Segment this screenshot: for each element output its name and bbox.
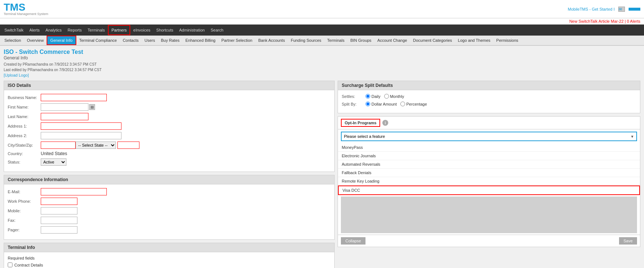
subnav-selection[interactable]: Selection (1, 36, 24, 44)
pager-input[interactable] (41, 226, 77, 234)
status-select[interactable]: Active Inactive (41, 158, 66, 166)
opt-in-save-button[interactable]: Save (619, 237, 637, 245)
terminal-info-section: Terminal Info Required fields Contract D… (4, 243, 335, 268)
mobile-row: Mobile: (8, 207, 331, 214)
page-content: ISO - Switch Commerce Test General Info … (0, 46, 644, 268)
split-dollar-radio[interactable] (365, 102, 370, 106)
subnav-enhanced-billing[interactable]: Enhanced Billing (182, 36, 218, 44)
nav-terminals[interactable]: Terminals (85, 26, 108, 34)
settles-radio-group: Daily Monthly (365, 94, 404, 99)
email-input[interactable] (41, 188, 107, 195)
nav-shortcuts[interactable]: Shortcuts (153, 26, 176, 34)
subnav-bank-accounts[interactable]: Bank Accounts (255, 36, 288, 44)
opt-in-header: Opt-In Programs i (338, 117, 640, 129)
nav-partners[interactable]: Partners (108, 25, 131, 35)
opt-in-fallback-denials[interactable]: Fallback Denials (338, 169, 640, 177)
page-meta-edited: Last edited by PRamachandra on 7/9/2012 … (4, 67, 640, 73)
nav-search[interactable]: Search (208, 26, 226, 34)
subnav-contacts[interactable]: Contacts (120, 36, 141, 44)
subnav-users[interactable]: Users (142, 36, 158, 44)
subnav-partner-selection[interactable]: Partner Selection (218, 36, 255, 44)
business-name-input[interactable] (41, 94, 107, 101)
subnav-bin-groups[interactable]: BIN Groups (348, 36, 374, 44)
pager-row: Pager: (8, 226, 331, 234)
opt-in-automated-reversals[interactable]: Automated Reversals (338, 160, 640, 169)
nav-analytics[interactable]: Analytics (43, 26, 65, 34)
first-name-wrapper: ▤ (41, 103, 95, 111)
terminal-info-header: Terminal Info (4, 243, 334, 252)
mobile-tms-link[interactable]: MobileTMS - Get Started I (568, 7, 615, 11)
correspondence-body: E-Mail: Work Phone: Mobile: Fax: (4, 184, 334, 239)
header-right: MobileTMS - Get Started I ✉ (568, 7, 640, 12)
zip-input[interactable] (117, 142, 139, 149)
first-name-input[interactable] (41, 103, 88, 111)
subnav-overview[interactable]: Overview (24, 36, 47, 44)
required-fields-label: Required fields (8, 256, 331, 260)
mobile-label: Mobile: (8, 209, 41, 213)
subnav-funding-sources[interactable]: Funding Sources (288, 36, 324, 44)
address1-input[interactable] (41, 122, 121, 130)
address2-row: Address 2: (8, 132, 331, 139)
top-header: TMS Terminal Management System MobileTMS… (0, 0, 644, 18)
nav-einvoices[interactable]: eInvoices (130, 26, 153, 34)
split-percentage-radio[interactable] (400, 102, 405, 106)
settles-daily-radio[interactable] (365, 94, 370, 99)
subnav-general-info[interactable]: General Info (47, 36, 76, 45)
logo-subtitle: Terminal Management System (4, 12, 48, 16)
top-nav: SwitchTalk Alerts Analytics Reports Term… (0, 25, 644, 36)
settles-row: Settles: Daily Monthly (342, 94, 636, 99)
feature-dropdown[interactable]: Please select a feature (341, 132, 637, 141)
iso-details-section: ISO Details Business Name: First Name: ▤ (4, 81, 335, 172)
settles-label: Settles: (342, 94, 365, 99)
opt-in-visa-dcc[interactable]: Visa DCC (338, 186, 640, 195)
address2-label: Address 2: (8, 133, 41, 138)
opt-in-programs-button[interactable]: Opt-In Programs (341, 119, 380, 127)
iso-details-header: ISO Details (4, 81, 334, 90)
header-blue-button[interactable] (629, 8, 640, 11)
subnav-logo-themes[interactable]: Logo and Themes (455, 36, 493, 44)
status-label: Status: (8, 160, 41, 164)
opt-in-info-icon[interactable]: i (382, 120, 388, 126)
collapse-button[interactable]: Collapse (341, 237, 365, 245)
country-label: Country: (8, 151, 41, 156)
logo-text: TMS (4, 2, 48, 12)
first-name-icon[interactable]: ▤ (89, 104, 95, 110)
address1-label: Address 1: (8, 124, 41, 128)
status-row: Status: Active Inactive (8, 158, 331, 166)
mobile-input[interactable] (41, 207, 77, 214)
subnav-document-categories[interactable]: Document Categories (410, 36, 455, 44)
subnav-permissions[interactable]: Permissions (493, 36, 521, 44)
settles-monthly-radio[interactable] (384, 94, 389, 99)
subnav-terminal-compliance[interactable]: Terminal Compliance (76, 36, 120, 44)
opt-in-moneypass[interactable]: MoneyPass (338, 143, 640, 152)
checkbox-contract-details-input[interactable] (8, 263, 12, 267)
last-name-input[interactable] (41, 113, 88, 120)
nav-administration[interactable]: Administration (176, 26, 208, 34)
subnav-account-change[interactable]: Account Change (374, 36, 410, 44)
two-column-layout: ISO Details Business Name: First Name: ▤ (4, 81, 640, 268)
tms-logo: TMS Terminal Management System (4, 2, 48, 16)
opt-in-footer: Collapse Save (338, 235, 640, 247)
nav-reports[interactable]: Reports (65, 26, 85, 34)
subnav-buy-rates[interactable]: Buy Rates (158, 36, 183, 44)
city-input[interactable] (41, 142, 76, 149)
nav-switchtalk[interactable]: SwitchTalk (1, 26, 26, 34)
nav-alerts[interactable]: Alerts (26, 26, 43, 34)
address2-input[interactable] (41, 132, 121, 139)
settles-daily-text: Daily (371, 94, 380, 99)
upload-logo-link[interactable]: [Upload Logo] (4, 73, 29, 77)
state-select[interactable]: -- Select State -- (76, 142, 116, 149)
business-name-label: Business Name: (8, 95, 41, 100)
right-column: Surcharge Split Defaults Settles: Daily … (338, 81, 640, 268)
opt-in-remote-key-loading[interactable]: Remote Key Loading (338, 177, 640, 186)
opt-in-electronic-journals[interactable]: Electronic Journals (338, 152, 640, 160)
city-state-zip-row: City/State/Zip: -- Select State -- (8, 142, 331, 149)
email-icon[interactable]: ✉ (618, 7, 625, 12)
work-phone-input[interactable] (41, 198, 77, 205)
subnav-terminals[interactable]: Terminals (324, 36, 348, 44)
settles-daily-label: Daily (365, 94, 380, 99)
fax-input[interactable] (41, 217, 77, 224)
iso-details-body: Business Name: First Name: ▤ Last Name: (4, 90, 334, 172)
address1-row: Address 1: (8, 122, 331, 130)
split-dollar-label: Dollar Amount (365, 102, 397, 106)
